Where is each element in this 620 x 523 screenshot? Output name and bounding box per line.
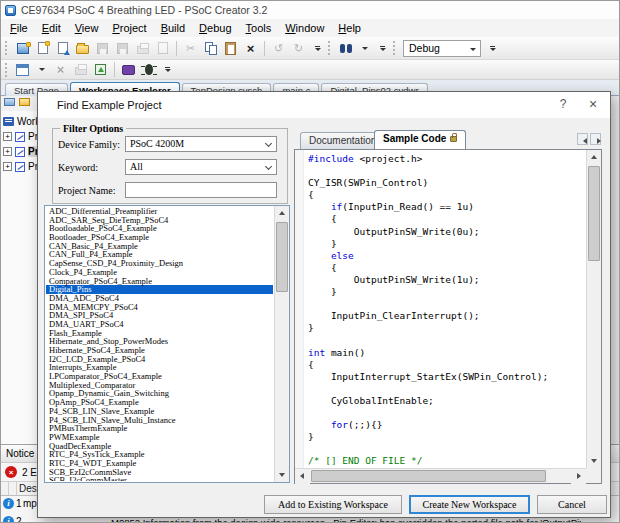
code-margin	[295, 150, 304, 468]
menu-item[interactable]: File	[3, 20, 35, 36]
scroll-up-button[interactable]	[587, 150, 601, 165]
expander-icon[interactable]: +	[3, 162, 12, 171]
close-icon[interactable]: ×	[578, 92, 608, 118]
menu-item[interactable]: Project	[105, 20, 153, 36]
notice-number-column	[9, 482, 17, 495]
scroll-left-button[interactable]	[295, 469, 310, 484]
save-button[interactable]	[93, 39, 112, 58]
arrow-up-icon	[279, 211, 285, 215]
scrollbar-corner	[586, 468, 601, 483]
menu-item[interactable]: Window	[278, 20, 331, 36]
toolbar-grip[interactable]	[5, 41, 9, 55]
menu-item[interactable]: View	[68, 20, 106, 36]
scroll-down-button[interactable]	[587, 453, 601, 468]
list-vertical-scrollbar[interactable]	[274, 206, 289, 482]
undo-icon: ↺	[274, 43, 283, 54]
toolbar-overflow-button[interactable]	[159, 61, 176, 78]
lock-icon	[450, 136, 457, 142]
debug-button[interactable]	[119, 60, 138, 79]
find-icon	[339, 44, 353, 53]
toolbar-overflow-button[interactable]	[484, 40, 501, 57]
scrollbar-thumb[interactable]	[311, 470, 546, 482]
add-to-existing-workspace-button[interactable]: Add to Existing Workspace	[264, 495, 402, 514]
error-icon: ×	[5, 466, 17, 478]
filter-options-label: Filter Options	[60, 123, 126, 134]
debug-bug-button[interactable]	[139, 60, 158, 79]
code-vertical-scrollbar[interactable]	[586, 150, 601, 468]
tab-sample-code[interactable]: Sample Code	[374, 130, 466, 149]
chevron-down-icon	[265, 140, 272, 147]
scrollbar-thumb[interactable]	[588, 166, 600, 261]
device-family-combobox[interactable]: PSoC 4200M	[125, 136, 277, 152]
toolbar-overflow-icon	[313, 46, 322, 51]
new-file-button[interactable]	[33, 39, 52, 58]
save-all-button[interactable]	[113, 39, 132, 58]
program-icon	[75, 67, 87, 75]
scroll-up-button[interactable]	[275, 206, 289, 221]
menu-item[interactable]: Build	[154, 20, 192, 36]
undo-button[interactable]: ↺	[269, 39, 288, 58]
copy-button[interactable]	[201, 39, 220, 58]
find-dropdown-button[interactable]	[356, 40, 373, 57]
toolbar-overflow-button[interactable]	[374, 40, 391, 57]
arrow-right-icon	[577, 473, 581, 479]
paste-button[interactable]	[221, 39, 240, 58]
collapse-all-icon[interactable]	[4, 98, 15, 106]
standard-toolbar: ✂ × ↺ ↻ Debug	[1, 37, 619, 60]
menu-item[interactable]: Help	[331, 20, 368, 36]
window-title: CE97634 PSoC 4 Breathing LED - PSoC Crea…	[21, 4, 267, 16]
debug-config-combobox[interactable]: Debug	[403, 40, 481, 57]
toolbar-grip[interactable]	[5, 63, 9, 77]
code-horizontal-scrollbar[interactable]	[295, 468, 586, 483]
delete-button[interactable]: ×	[241, 39, 260, 58]
cut-button[interactable]: ✂	[181, 39, 200, 58]
arrow-left-icon	[583, 138, 587, 144]
clean-button[interactable]: ×	[51, 60, 70, 79]
toolbar-overflow-button[interactable]	[309, 40, 326, 57]
build-button[interactable]	[13, 60, 32, 79]
toolbar-grip[interactable]	[328, 41, 332, 55]
arrow-up-icon	[591, 155, 597, 159]
cancel-button[interactable]: Cancel	[537, 495, 607, 514]
menu-item[interactable]: Debug	[192, 20, 238, 36]
tab-scroll-left-button[interactable]	[577, 133, 588, 145]
scrollbar-thumb[interactable]	[276, 222, 288, 292]
print-preview-button[interactable]	[153, 39, 172, 58]
find-button[interactable]	[336, 39, 355, 58]
tab-scroll-right-button[interactable]	[590, 133, 601, 145]
open-button[interactable]	[73, 39, 92, 58]
example-project-item[interactable]: SCB_I2cCommMaster	[46, 476, 273, 481]
code-editor: #include <project.h> CY_ISR(SWPin_Contro…	[308, 153, 585, 467]
app-icon	[5, 5, 16, 16]
device-family-value: PSoC 4200M	[130, 138, 184, 149]
arrow-down-icon	[591, 459, 597, 463]
window-titlebar: CE97634 PSoC 4 Breathing LED - PSoC Crea…	[1, 1, 619, 19]
dropdown-arrow-icon	[39, 68, 45, 71]
print-button[interactable]	[133, 39, 152, 58]
scroll-right-button[interactable]	[571, 469, 586, 484]
psoc-creator-window: CE97634 PSoC 4 Breathing LED - PSoC Crea…	[0, 0, 620, 523]
dialog-help-button[interactable]: ?	[548, 92, 578, 118]
keyword-combobox[interactable]: All	[125, 159, 277, 175]
program-button[interactable]	[71, 60, 90, 79]
save-all-icon	[117, 43, 128, 54]
menu-item[interactable]: Tools	[239, 20, 279, 36]
new-project-button[interactable]	[13, 39, 32, 58]
project-name-input[interactable]	[125, 182, 277, 198]
delete-icon: ×	[247, 42, 255, 55]
toolbar-overflow-icon	[488, 46, 497, 51]
expander-icon[interactable]: +	[3, 147, 12, 156]
toolbar-grip[interactable]	[393, 41, 397, 55]
chevron-down-icon	[265, 163, 272, 170]
create-new-workspace-button[interactable]: Create New Workspace	[409, 495, 530, 514]
redo-button[interactable]: ↻	[289, 39, 308, 58]
expander-icon[interactable]: +	[3, 132, 12, 141]
scroll-down-button[interactable]	[275, 467, 289, 482]
add-file-button[interactable]	[53, 39, 72, 58]
toolbar-separator	[264, 41, 265, 56]
expand-all-icon[interactable]	[19, 98, 30, 106]
build-dropdown-button[interactable]	[33, 61, 50, 78]
tab-documentation[interactable]: Documentation	[300, 132, 385, 149]
menu-item[interactable]: Edit	[35, 20, 68, 36]
select-debug-target-button[interactable]	[91, 60, 110, 79]
